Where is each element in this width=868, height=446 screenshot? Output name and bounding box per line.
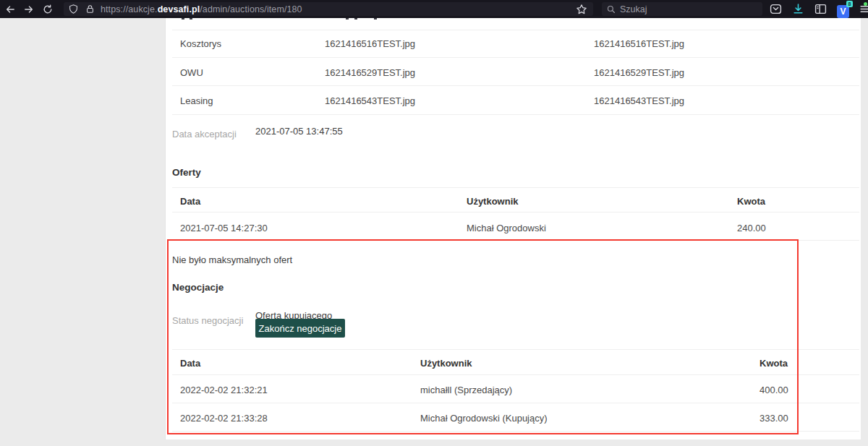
search-icon: [607, 5, 616, 14]
refresh-icon: [43, 4, 53, 14]
row-divider: [172, 240, 859, 241]
column-header-user: Użytkownik: [420, 358, 472, 369]
attachment-file: 1621416516TEST.jpg: [594, 38, 684, 49]
row-divider: [172, 114, 859, 115]
browser-toolbar: https://aukcje.devsafi.pl/admin/auctions…: [0, 0, 868, 18]
table-header-divider: [172, 212, 859, 213]
offer-amount: 240.00: [737, 223, 766, 233]
offer-date: 2021-07-05 14:27:30: [180, 223, 268, 233]
attachment-label: Leasing: [180, 95, 213, 106]
attachment-file: 1621416529TEST.jpg: [594, 67, 684, 78]
search-bar[interactable]: Szukaj: [602, 2, 762, 16]
back-icon: [5, 4, 15, 14]
clipped-text-fragment: [354, 18, 357, 20]
end-negotiations-button[interactable]: Zakończ negocjacje: [255, 319, 345, 338]
download-button[interactable]: [792, 3, 804, 15]
table-top-divider: [172, 187, 859, 188]
offers-heading: Oferty: [172, 167, 201, 178]
negotiation-amount: 400.00: [760, 385, 788, 395]
lock-icon[interactable]: [85, 4, 95, 14]
url-scheme: https://aukcje.: [101, 4, 158, 14]
negotiation-user: Michał Ogrodowski (Kupujący): [420, 413, 548, 424]
url-path: /admin/auctions/item/180: [200, 4, 302, 14]
max-offers-note: Nie było maksymalnych ofert: [172, 254, 292, 265]
column-header-date: Data: [180, 196, 200, 207]
acceptance-date-label: Data akceptacji: [172, 129, 237, 140]
row-divider: [172, 431, 859, 432]
clipped-text-fragment: [346, 18, 349, 20]
table-header-divider: [172, 374, 859, 375]
row-divider: [172, 85, 859, 86]
attachment-file: 1621416543TEST.jpg: [325, 95, 415, 106]
attachment-file: 1621416543TEST.jpg: [594, 95, 684, 106]
acceptance-date-value: 2021-07-05 13:47:55: [255, 126, 343, 137]
offer-user: Michał Ogrodowski: [467, 223, 546, 233]
back-button[interactable]: [3, 2, 17, 16]
negotiation-status-label: Status negocjacji: [172, 315, 243, 326]
clipped-text-fragment: [182, 18, 184, 20]
negotiation-date: 2022-02-02 21:33:28: [180, 413, 268, 424]
forward-icon: [24, 4, 34, 14]
negotiation-amount: 333.00: [760, 413, 788, 424]
row-divider: [172, 403, 859, 403]
vpn-extension-badge: 8: [846, 1, 853, 7]
search-placeholder: Szukaj: [620, 4, 647, 14]
negotiation-user: michałll (Sprzedający): [420, 385, 512, 395]
url-domain: devsafi.pl: [158, 4, 200, 14]
clipped-text-fragment: [190, 18, 192, 20]
attachment-file: 1621416529TEST.jpg: [325, 67, 415, 78]
attachment-label: OWU: [180, 67, 203, 78]
sidebar-button[interactable]: [814, 3, 827, 15]
menu-status-dot: [864, 2, 867, 6]
column-header-amount: Kwota: [760, 358, 788, 369]
column-header-user: Użytkownik: [467, 196, 519, 207]
forward-button[interactable]: [22, 2, 36, 16]
url-bar[interactable]: https://aukcje.devsafi.pl/admin/auctions…: [64, 2, 593, 16]
column-header-amount: Kwota: [737, 196, 765, 207]
column-header-date: Data: [180, 358, 200, 369]
attachment-file: 1621416516TEST.jpg: [325, 38, 415, 49]
shield-icon[interactable]: [69, 4, 78, 14]
table-top-divider: [172, 349, 859, 350]
refresh-button[interactable]: [41, 2, 55, 16]
url-text: https://aukcje.devsafi.pl/admin/auctions…: [101, 4, 302, 14]
row-divider: [172, 57, 859, 58]
pocket-button[interactable]: [770, 3, 782, 15]
clipped-text-fragment: [374, 18, 377, 20]
negotiations-heading: Negocjacje: [172, 282, 224, 293]
row-divider: [172, 30, 859, 30]
bookmark-star-button[interactable]: [576, 4, 587, 18]
attachment-label: Kosztorys: [180, 38, 221, 49]
admin-content-card: Kosztorys 1621416516TEST.jpg 1621416516T…: [165, 18, 861, 439]
vpn-extension-button[interactable]: V 8: [837, 3, 849, 15]
negotiation-date: 2022-02-02 21:32:21: [180, 385, 268, 395]
